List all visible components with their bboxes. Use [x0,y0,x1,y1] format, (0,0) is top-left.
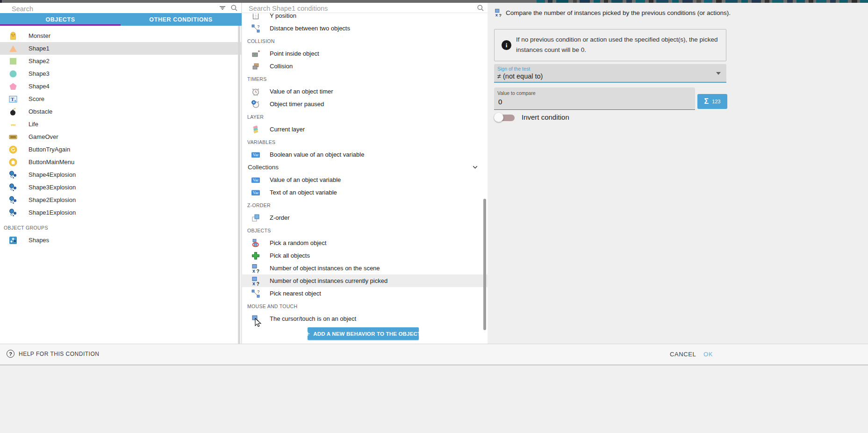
object-list-item[interactable]: ButtonTryAgain [0,143,241,156]
pentagon-icon [8,82,18,91]
svg-text:x: x [252,268,255,273]
condition-item[interactable]: Collision [242,60,488,72]
condition-item[interactable]: Value of an object timer [242,85,488,98]
object-list-item[interactable]: Shape3 [0,67,241,80]
condition-description: Compare the number of instances picked b… [506,8,731,17]
conditions-list: Y position?Distance between two objectsC… [242,14,488,344]
condition-parameters-panel: x? Compare the number of instances picke… [488,3,868,344]
object-label: ButtonTryAgain [29,146,70,153]
tab-objects[interactable]: OBJECTS [0,13,121,26]
condition-item[interactable]: Y position [242,14,488,22]
condition-item[interactable]: VarBoolean value of an object variable [242,148,488,161]
timer-icon [251,87,260,96]
sign-of-test-value: ≠ (not equal to) [497,72,543,80]
subsection-label: Collections [248,164,279,171]
chevron-down-icon [716,72,721,75]
condition-item[interactable]: Z-order [242,211,488,224]
condition-section-header: MOUSE AND TOUCH [242,300,488,312]
object-label: Obstacle [29,108,52,115]
object-list-item[interactable]: TxScore [0,93,241,105]
object-list-item[interactable]: ♥♥♥Life [0,118,241,130]
condition-item[interactable]: VarValue of an object variable [242,173,488,186]
distance-icon: ? [251,24,260,33]
object-list-item[interactable]: Shape3Explosion [0,181,241,194]
condition-section-header: LAYER [242,110,488,123]
object-list-item[interactable]: Shape1 [0,42,241,55]
gameover-icon [8,132,18,142]
conditions-scrollbar-thumb[interactable] [483,199,486,330]
digits-123-label: 123 [712,99,720,104]
ok-button[interactable]: OK [703,351,713,358]
button-restart-icon [8,145,18,154]
info-note-text: If no previous condition or action used … [516,35,729,55]
condition-item[interactable]: Pick all objects [242,249,488,262]
condition-item[interactable]: Current layer [242,123,488,136]
condition-item[interactable]: Object timer paused [242,98,488,110]
conditions-search-input[interactable] [248,3,474,14]
tab-other-conditions[interactable]: OTHER CONDITIONS [121,13,241,26]
cursor-on-icon [251,314,260,324]
object-list-item[interactable]: ButtonMainMenu [0,156,241,168]
svg-text:Var: Var [253,190,259,195]
value-to-compare-input[interactable] [497,97,686,106]
bomb-icon [8,107,18,116]
filter-icon[interactable] [219,4,226,12]
object-group-item[interactable]: Shapes [0,234,241,246]
svg-text:?: ? [257,281,259,286]
svg-text:?: ? [499,13,502,17]
text-icon: Tx [8,94,18,104]
condition-section-header: OBJECTS [242,224,488,237]
object-label: GameOver [29,133,58,140]
condition-section-header: Z-ORDER [242,199,488,211]
object-label: ButtonMainMenu [29,159,74,166]
help-button[interactable]: ? HELP FOR THIS CONDITION [7,350,99,358]
chevron-down-icon[interactable] [471,163,479,171]
condition-item[interactable]: The cursor/touch is on an object [242,312,488,325]
condition-label: Y position [270,14,296,19]
object-list-item[interactable]: Monster [0,29,241,42]
object-list-item[interactable]: GameOver [0,130,241,143]
add-behavior-button[interactable]: + ADD A NEW BEHAVIOR TO THE OBJECT [308,327,419,340]
condition-item[interactable]: ?Distance between two objects [242,22,488,35]
count-icon: x? [251,264,260,273]
object-label: Shape2 [29,58,50,65]
svg-text:Var: Var [253,152,259,157]
particles-icon [8,195,18,205]
object-list-item[interactable]: Shape1Explosion [0,206,241,219]
plus-icon: + [306,330,310,338]
conditions-search-bar [242,3,488,13]
condition-label: Text of an object variable [270,189,337,196]
condition-label: Pick all objects [270,252,310,259]
object-list-item[interactable]: Shape2Explosion [0,194,241,206]
object-list-item[interactable]: Shape4Explosion [0,168,241,181]
condition-label: The cursor/touch is on an object [270,315,356,322]
invert-condition-row: Invert condition [494,111,634,124]
var-icon: Var [251,175,260,185]
svg-text:?: ? [258,289,260,294]
condition-section-header: VARIABLES [242,136,488,148]
objects-search-input[interactable] [11,3,214,14]
monster-icon [8,31,18,41]
condition-item[interactable]: x?Number of object instances currently p… [242,274,488,287]
object-list-item[interactable]: Shape2 [0,55,241,67]
expression-builder-button[interactable]: Σ 123 [697,94,727,109]
condition-item[interactable]: ?Pick nearest object [242,287,488,300]
instances-count-icon: x? [494,8,502,17]
invert-condition-toggle[interactable] [494,111,516,124]
svg-text:?: ? [258,24,260,29]
object-list-item[interactable]: Obstacle [0,105,241,118]
condition-item[interactable]: VarText of an object variable [242,186,488,199]
objects-list-scrollbar[interactable] [238,26,240,344]
condition-label: Point inside object [270,50,319,57]
condition-item[interactable]: Pick a random object [242,237,488,249]
condition-item[interactable]: Point inside object [242,47,488,60]
cancel-button[interactable]: CANCEL [670,351,696,358]
object-label: Shape2Explosion [29,196,76,203]
sign-of-test-select[interactable]: Sign of the test ≠ (not equal to) [494,64,726,83]
object-list-item[interactable]: Shape4 [0,80,241,93]
condition-subsection-collections[interactable]: Collections [242,161,488,173]
value-to-compare-field[interactable]: Value to compare [494,87,695,110]
object-tabs: OBJECTS OTHER CONDITIONS [0,13,242,26]
condition-label: Number of object instances currently pic… [270,277,387,284]
condition-item[interactable]: x?Number of object instances on the scen… [242,262,488,274]
